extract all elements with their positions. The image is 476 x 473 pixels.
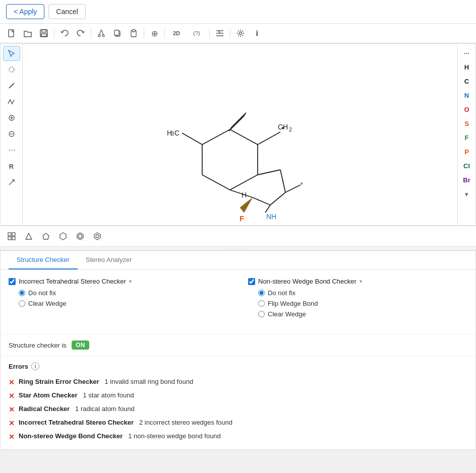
error-item-ring: ✕ Ring Strain Error Checker 1 invalid sm… [9, 375, 467, 389]
template-benzene-button[interactable] [90, 229, 105, 243]
svg-rect-55 [8, 233, 11, 236]
checker-left-label: Incorrect Tetrahedral Stereo Checker [19, 278, 126, 285]
bond-tool[interactable] [3, 78, 20, 93]
apply-button[interactable]: < Apply [6, 4, 44, 19]
template-cyclohexane-button[interactable] [73, 229, 88, 243]
new-file-button[interactable] [4, 26, 19, 41]
open-file-button[interactable] [20, 26, 35, 41]
svg-point-65 [96, 235, 99, 238]
error-checker-name-stereo: Incorrect Tetrahedral Stereo Checker [19, 419, 134, 426]
svg-marker-61 [60, 233, 66, 240]
scroll-down-button[interactable]: ▾ [458, 187, 475, 201]
error-checker-name-nonstereo: Non-stereo Wedge Bond Checker [19, 432, 123, 440]
toggle-label: Structure checker is [9, 342, 67, 349]
checker-left-option-clearwedge[interactable]: Clear Wedge [19, 300, 228, 307]
svg-rect-11 [132, 30, 135, 32]
error-x-nonstereo: ✕ [9, 433, 15, 441]
svg-line-7 [101, 30, 103, 35]
svg-line-35 [182, 133, 202, 145]
checker-right-option-donotfix[interactable]: Do not fix [258, 289, 467, 297]
svg-line-28 [230, 175, 258, 190]
template-arrow-button[interactable] [21, 229, 36, 243]
arrow-tool[interactable] [3, 175, 20, 190]
undo-button[interactable] [57, 26, 72, 41]
toolbar-sep-2 [91, 28, 91, 38]
error-checker-name-radical: Radical Checker [19, 405, 70, 413]
svg-text:C: C [174, 129, 180, 137]
svg-line-39 [253, 197, 270, 205]
toggle-row: Structure checker is ON [1, 334, 475, 356]
drawing-canvas[interactable]: * H 3 C CH 2 NH H F [23, 44, 457, 225]
error-msg-star [79, 391, 81, 399]
toggle-switch[interactable]: ON [72, 341, 89, 350]
save-file-button[interactable] [36, 26, 51, 41]
errors-info-icon[interactable]: i [31, 362, 39, 370]
element-p-button[interactable]: P [458, 145, 475, 159]
resize-handle[interactable]: · · · · · [0, 246, 476, 250]
lasso-tool[interactable] [3, 62, 20, 77]
svg-text:3: 3 [171, 130, 174, 137]
layout-button[interactable] [212, 26, 227, 41]
canvas-area: ⋯ R [0, 43, 476, 226]
template-hexagon-button[interactable] [55, 229, 71, 243]
checker-right-checkbox[interactable] [248, 278, 255, 285]
bracket-tool[interactable]: ⋯ [3, 143, 20, 158]
tab-structure-checker[interactable]: Structure Checker [9, 251, 78, 269]
checker-col-right: Non-stereo Wedge Bond Checker ▾ Do not f… [248, 278, 467, 318]
template-pentagon-button[interactable] [38, 229, 53, 243]
add-atom-tool[interactable] [3, 110, 20, 125]
cut-button[interactable] [94, 26, 109, 41]
svg-marker-59 [26, 233, 32, 239]
element-n-button[interactable]: N [458, 88, 475, 102]
info-button[interactable]: ℹ [249, 26, 264, 41]
toolbar-sep-3 [144, 28, 144, 38]
element-h-button[interactable]: H [458, 60, 475, 74]
select-tool[interactable] [3, 46, 20, 61]
svg-point-5 [102, 35, 104, 37]
element-cl-button[interactable]: Cl [458, 159, 475, 173]
checker-right-option-flipwedge[interactable]: Flip Wedge Bond [258, 300, 467, 307]
checker-left-checkbox[interactable] [9, 278, 16, 285]
2d-button[interactable]: 2D [167, 26, 186, 41]
chain-tool[interactable] [3, 94, 20, 109]
svg-text:F: F [240, 214, 244, 223]
settings-button[interactable] [233, 26, 248, 41]
element-dots-button[interactable]: ··· [458, 46, 475, 60]
toolbar-sep-6 [230, 28, 230, 38]
element-s-button[interactable]: S [458, 116, 475, 130]
error-detail-radical: 1 radical atom found [75, 405, 135, 413]
svg-rect-0 [9, 30, 14, 37]
element-o-button[interactable]: O [458, 102, 475, 116]
toolbar-sep-5 [209, 28, 210, 38]
cancel-button[interactable]: Cancel [48, 4, 86, 19]
svg-rect-56 [12, 233, 15, 236]
checker-right-option-clearwedge[interactable]: Clear Wedge [258, 310, 467, 318]
checker-left-option-donotfix[interactable]: Do not fix [19, 289, 228, 297]
paste-button[interactable] [126, 26, 141, 41]
svg-line-38 [270, 192, 285, 205]
right-elements-panel: ··· H C N O S F P Cl Br ▾ [457, 44, 475, 225]
error-item-radical: ✕ Radical Checker 1 radical atom found [9, 402, 467, 416]
errors-title: Errors i [9, 362, 467, 370]
checker-left-dropdown[interactable]: ▾ [129, 279, 132, 284]
toolbar-sep-4 [164, 28, 165, 38]
element-f-button[interactable]: F [458, 130, 475, 145]
query-button[interactable]: (?) [187, 26, 207, 41]
r-group-tool[interactable]: R [3, 159, 20, 174]
error-detail-stereo: 2 incorrect stereo wedges found [139, 419, 232, 426]
error-x-stereo: ✕ [9, 419, 15, 427]
element-c-button[interactable]: C [458, 74, 475, 88]
error-msg-ring [101, 378, 103, 385]
toolbar-sep-1 [54, 28, 54, 38]
redo-button[interactable] [73, 26, 88, 41]
svg-line-34 [229, 116, 244, 131]
element-br-button[interactable]: Br [458, 173, 475, 187]
tab-stereo-analyzer[interactable]: Stereo Analyzer [78, 251, 140, 269]
template-grid-button[interactable] [4, 229, 19, 243]
checker-right-dropdown[interactable]: ▾ [360, 279, 362, 284]
svg-line-43 [285, 185, 301, 192]
search-button[interactable]: ⊕ [147, 26, 162, 41]
svg-rect-3 [41, 34, 46, 36]
remove-atom-tool[interactable] [3, 126, 20, 142]
copy-button[interactable] [110, 26, 125, 41]
